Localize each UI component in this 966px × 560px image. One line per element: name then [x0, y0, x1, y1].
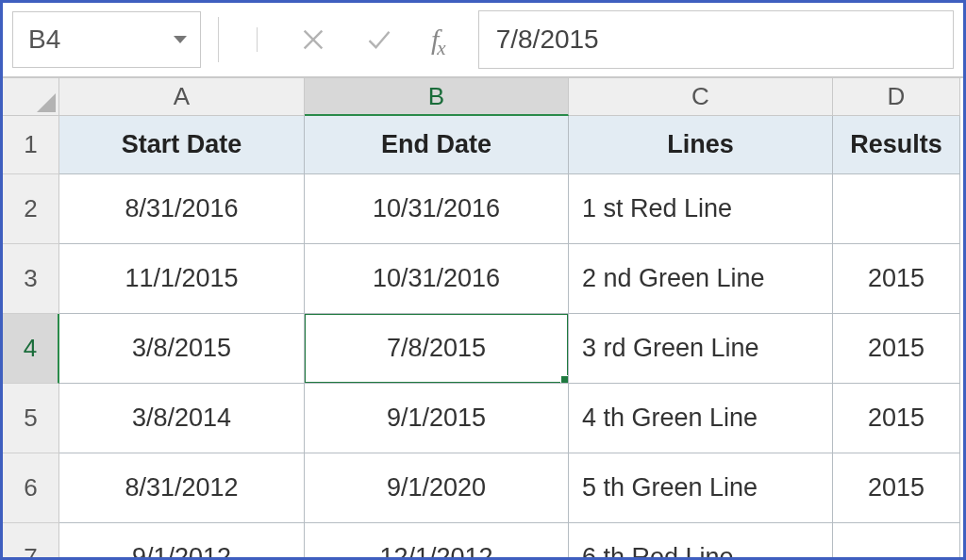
- cell-B2[interactable]: 10/31/2016: [305, 174, 569, 244]
- cell-D1[interactable]: Results: [833, 116, 960, 174]
- cell-C5[interactable]: 4 th Green Line: [569, 384, 833, 453]
- cell-A3[interactable]: 11/1/2015: [59, 244, 305, 314]
- cell-D7[interactable]: [833, 523, 960, 560]
- row-header-5[interactable]: 5: [3, 384, 59, 453]
- table-row: 5 3/8/2014 9/1/2015 4 th Green Line 2015: [3, 384, 963, 453]
- cell-A7[interactable]: 9/1/2012: [59, 523, 305, 560]
- cell-B6[interactable]: 9/1/2020: [305, 453, 569, 523]
- name-box-value: B4: [28, 25, 60, 55]
- cell-B3[interactable]: 10/31/2016: [305, 244, 569, 314]
- divider: [218, 17, 219, 62]
- table-row: 7 9/1/2012 12/1/2012 6 th Red Line: [3, 523, 963, 560]
- enter-icon[interactable]: [365, 25, 393, 54]
- cell-D5[interactable]: 2015: [833, 384, 960, 453]
- row-header-4[interactable]: 4: [3, 314, 59, 384]
- formula-bar-buttons: fx: [236, 24, 465, 56]
- cell-D6[interactable]: 2015: [833, 453, 960, 523]
- name-box[interactable]: B4: [12, 11, 201, 68]
- col-header-B[interactable]: B: [305, 78, 569, 116]
- select-all-corner[interactable]: [3, 78, 59, 116]
- row-header-6[interactable]: 6: [3, 453, 59, 523]
- formula-bar: B4 fx 7/8/2015: [3, 3, 963, 78]
- cell-A4[interactable]: 3/8/2015: [59, 314, 305, 384]
- cell-B4[interactable]: 7/8/2015: [305, 314, 569, 384]
- cell-B7[interactable]: 12/1/2012: [305, 523, 569, 560]
- cell-A2[interactable]: 8/31/2016: [59, 174, 305, 244]
- cell-A1[interactable]: Start Date: [59, 116, 305, 174]
- table-row: 2 8/31/2016 10/31/2016 1 st Red Line: [3, 174, 963, 244]
- row-header-7[interactable]: 7: [3, 523, 59, 560]
- cell-C2[interactable]: 1 st Red Line: [569, 174, 833, 244]
- cell-A5[interactable]: 3/8/2014: [59, 384, 305, 453]
- cell-B5[interactable]: 9/1/2015: [305, 384, 569, 453]
- cell-C1[interactable]: Lines: [569, 116, 833, 174]
- cell-D2[interactable]: [833, 174, 960, 244]
- cancel-icon[interactable]: [299, 25, 327, 54]
- row-header-1[interactable]: 1: [3, 116, 59, 174]
- spreadsheet-grid: A B C D 1 Start Date End Date Lines Resu…: [3, 78, 963, 560]
- table-header-row: 1 Start Date End Date Lines Results: [3, 116, 963, 174]
- cell-C3[interactable]: 2 nd Green Line: [569, 244, 833, 314]
- table-row: 3 11/1/2015 10/31/2016 2 nd Green Line 2…: [3, 244, 963, 314]
- col-header-D[interactable]: D: [833, 78, 960, 116]
- insert-function-icon[interactable]: fx: [431, 24, 448, 56]
- row-header-2[interactable]: 2: [3, 174, 59, 244]
- cell-D4[interactable]: 2015: [833, 314, 960, 384]
- cell-C7[interactable]: 6 th Red Line: [569, 523, 833, 560]
- cell-D3[interactable]: 2015: [833, 244, 960, 314]
- cell-C4[interactable]: 3 rd Green Line: [569, 314, 833, 384]
- formula-input[interactable]: 7/8/2015: [478, 10, 954, 69]
- cell-C6[interactable]: 5 th Green Line: [569, 453, 833, 523]
- cell-B1[interactable]: End Date: [305, 116, 569, 174]
- row-header-3[interactable]: 3: [3, 244, 59, 314]
- dots-icon: [257, 27, 258, 52]
- chevron-down-icon[interactable]: [174, 36, 187, 43]
- table-row: 6 8/31/2012 9/1/2020 5 th Green Line 201…: [3, 453, 963, 523]
- cell-A6[interactable]: 8/31/2012: [59, 453, 305, 523]
- col-header-C[interactable]: C: [569, 78, 833, 116]
- formula-value: 7/8/2015: [496, 25, 599, 55]
- column-header-row: A B C D: [3, 78, 963, 116]
- col-header-A[interactable]: A: [59, 78, 305, 116]
- table-row: 4 3/8/2015 7/8/2015 3 rd Green Line 2015: [3, 314, 963, 384]
